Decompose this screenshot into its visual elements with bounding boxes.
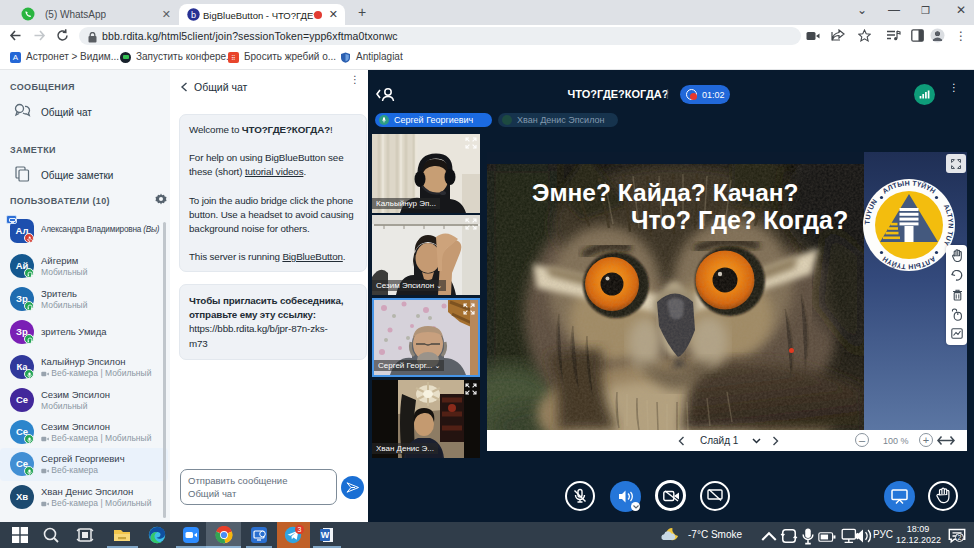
svg-text:W: W — [321, 530, 330, 540]
svg-text:b: b — [191, 10, 196, 20]
